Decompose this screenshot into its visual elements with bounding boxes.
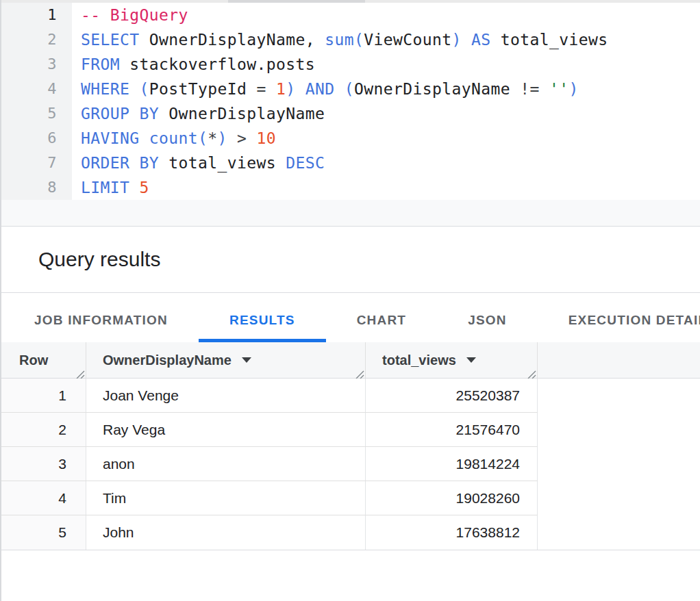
tab-execution-details[interactable]: EXECUTION DETAILS [538, 293, 700, 342]
row-number-cell: 1 [0, 379, 86, 412]
code-token: 1 [276, 80, 286, 98]
code-token: count [139, 129, 197, 147]
total-views-cell: 19028260 [366, 481, 538, 515]
column-label: Row [19, 353, 48, 368]
code-token: ( [345, 80, 354, 98]
code-token: > [227, 129, 257, 147]
code-token: HAVING [81, 129, 139, 147]
query-results-title: Query results [38, 248, 160, 271]
line-number: 7 [0, 151, 72, 175]
line-number: 2 [0, 27, 72, 52]
code-line-4[interactable]: 4WHERE (PostTypeId = 1) AND (OwnerDispla… [0, 77, 700, 101]
code-token: != [520, 80, 549, 98]
code-token: OwnerDisplayName [159, 105, 325, 123]
code-token: ViewCount [364, 31, 451, 49]
tab-job-information[interactable]: JOB INFORMATION [0, 293, 199, 342]
code-line-3[interactable]: 3FROM stackoverflow.posts [0, 52, 700, 77]
code-token: ORDER BY [81, 154, 159, 172]
line-number: 4 [0, 77, 72, 101]
code-token [129, 80, 139, 98]
column-menu-triangle-down-icon[interactable] [242, 357, 251, 363]
code-line-5[interactable]: 5GROUP BY OwnerDisplayName [0, 101, 700, 126]
sql-editor[interactable]: 1-- BigQuery2SELECT OwnerDisplayName, su… [0, 3, 700, 200]
code-token: ( [198, 129, 208, 147]
code-token: sum [325, 31, 354, 49]
row-number-cell: 3 [0, 447, 86, 481]
line-content: -- BigQuery [72, 3, 188, 27]
code-line-6[interactable]: 6HAVING count(*) > 10 [0, 126, 700, 151]
line-content: LIMIT 5 [72, 175, 149, 200]
code-token: GROUP BY [81, 105, 159, 123]
code-token: ( [140, 80, 149, 98]
line-content: WHERE (PostTypeId = 1) AND (OwnerDisplay… [72, 77, 579, 101]
code-token: -- BigQuery [81, 6, 188, 24]
column-label: OwnerDisplayName [103, 353, 232, 368]
column-resize-grip-icon[interactable] [75, 367, 85, 376]
code-token: AND [295, 80, 334, 98]
code-token: DESC [276, 154, 325, 172]
code-token [334, 80, 344, 98]
code-token: 5 [129, 179, 149, 196]
line-content: ORDER BY total_views DESC [72, 151, 325, 175]
panel-left-edge [0, 0, 1, 601]
code-line-7[interactable]: 7ORDER BY total_views DESC [0, 151, 700, 175]
code-token: total_views [159, 154, 276, 172]
scrollbar-thumb[interactable] [228, 0, 365, 3]
tab-chart[interactable]: CHART [326, 293, 438, 342]
column-header-total_views: total_views [366, 342, 538, 378]
code-lines: 1-- BigQuery2SELECT OwnerDisplayName, su… [0, 3, 700, 200]
total-views-cell: 21576470 [366, 413, 538, 446]
code-token: ) [286, 80, 295, 98]
line-content: GROUP BY OwnerDisplayName [72, 101, 325, 126]
table-row: 3anon19814224 [0, 447, 538, 481]
tab-label: JOB INFORMATION [34, 313, 168, 328]
row-number-cell: 4 [0, 481, 86, 515]
total-views-cell: 17638812 [366, 515, 538, 550]
panel-divider [0, 200, 700, 227]
total-views-cell: 25520387 [366, 379, 538, 412]
owner-name-cell: Ray Vega [86, 413, 366, 446]
tab-label: CHART [357, 313, 407, 328]
code-line-1[interactable]: 1-- BigQuery [0, 3, 700, 27]
code-token: FROM [81, 55, 120, 73]
code-token: '' [549, 80, 569, 98]
tab-label: RESULTS [229, 313, 295, 328]
column-header-row: Row [0, 342, 86, 378]
results-tab-bar: JOB INFORMATIONRESULTSCHARTJSONEXECUTION… [0, 292, 700, 342]
table-row: 5John17638812 [0, 515, 538, 550]
column-header-ownerdisplayname: OwnerDisplayName [86, 342, 366, 378]
line-content: FROM stackoverflow.posts [72, 52, 315, 77]
line-number: 3 [0, 52, 72, 77]
code-token: PostTypeId [149, 80, 257, 98]
line-number: 5 [0, 101, 72, 126]
query-results-header: Query results [0, 227, 700, 292]
column-resize-grip-icon[interactable] [527, 367, 536, 376]
table-body: 1Joan Venge255203872Ray Vega215764703ano… [0, 379, 700, 550]
table-row: 4Tim19028260 [0, 481, 538, 515]
code-token: ) [217, 129, 227, 147]
tab-results[interactable]: RESULTS [199, 293, 326, 342]
row-number-cell: 2 [0, 413, 86, 446]
total-views-cell: 19814224 [366, 447, 538, 481]
owner-name-cell: John [86, 515, 366, 550]
table-row: 1Joan Venge25520387 [0, 379, 538, 413]
line-number: 8 [0, 175, 72, 200]
code-token: = [256, 80, 276, 98]
column-resize-grip-icon[interactable] [355, 367, 364, 376]
header-filler [538, 342, 700, 378]
tab-json[interactable]: JSON [437, 293, 538, 342]
code-line-8[interactable]: 8LIMIT 5 [0, 175, 700, 200]
row-number-cell: 5 [0, 515, 86, 550]
code-token: * [208, 129, 217, 147]
code-token: SELECT [81, 31, 139, 49]
line-content: HAVING count(*) > 10 [72, 126, 276, 151]
column-menu-triangle-down-icon[interactable] [466, 357, 476, 363]
horizontal-scrollbar[interactable] [0, 0, 700, 3]
code-token: OwnerDisplayName, [139, 31, 325, 49]
owner-name-cell: anon [86, 447, 366, 481]
owner-name-cell: Joan Venge [86, 379, 366, 412]
bigquery-query-panel: 1-- BigQuery2SELECT OwnerDisplayName, su… [0, 0, 700, 601]
code-line-2[interactable]: 2SELECT OwnerDisplayName, sum(ViewCount)… [0, 27, 700, 52]
line-content: SELECT OwnerDisplayName, sum(ViewCount) … [72, 27, 608, 52]
line-number: 1 [0, 3, 72, 27]
